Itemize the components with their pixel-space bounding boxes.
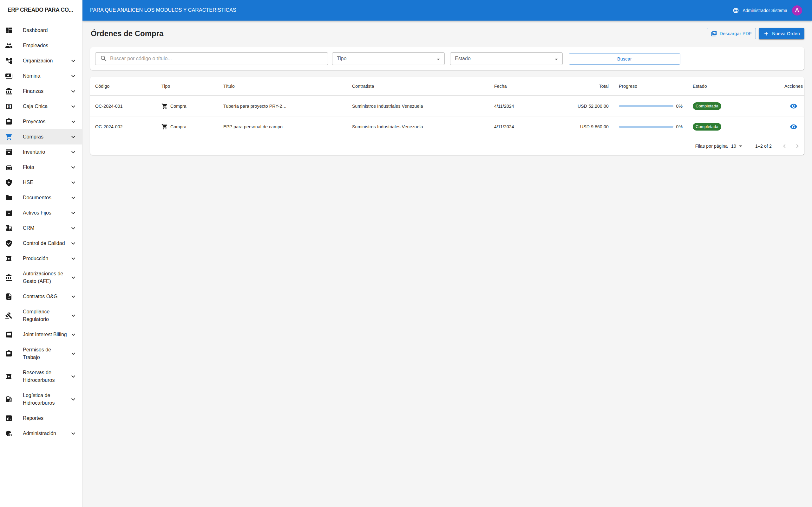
svg-text:$: $ bbox=[8, 105, 10, 108]
